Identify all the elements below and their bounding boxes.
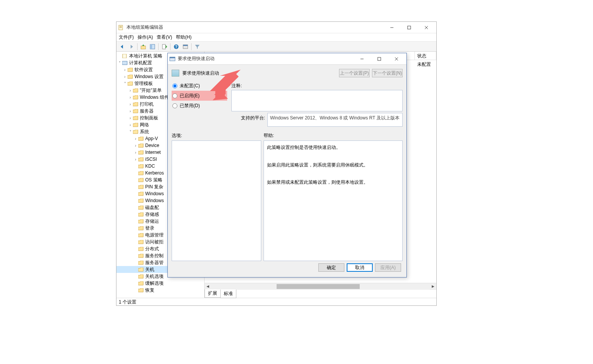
tab-extended[interactable]: 扩展: [205, 289, 221, 298]
svg-rect-16: [123, 54, 126, 58]
tree-label: 软件设置: [134, 67, 153, 73]
help-label: 帮助:: [264, 131, 403, 140]
radio-not-configured-input[interactable]: [172, 83, 177, 88]
tree-label: Kerberos: [145, 170, 164, 176]
scroll-right-icon[interactable]: ▶: [430, 283, 436, 290]
tree-expand-icon[interactable]: ›: [128, 123, 133, 127]
tree-label: 计算机配置: [129, 60, 152, 66]
tree-label: 恢复: [145, 287, 154, 294]
tree-system-child-21[interactable]: 缓解选项: [116, 280, 204, 287]
folder-icon: [133, 129, 139, 134]
tree-expand-icon[interactable]: ›: [123, 75, 127, 79]
tree-label: 分布式: [145, 246, 159, 252]
radio-not-configured[interactable]: 未配置(C): [172, 81, 229, 91]
tree-expand-icon[interactable]: ›: [128, 102, 133, 106]
tree-expand-icon[interactable]: ›: [133, 150, 138, 155]
comment-textbox[interactable]: [231, 90, 403, 111]
row-state-value: 未配置: [415, 60, 436, 69]
tree-label: 磁盘配: [145, 204, 159, 211]
tree-expand-icon[interactable]: ›: [133, 157, 138, 162]
titlebar[interactable]: 本地组策略编辑器: [116, 22, 436, 33]
menu-action[interactable]: 操作(A): [138, 34, 153, 41]
menubar[interactable]: 文件(F) 操作(A) 查看(V) 帮助(H): [116, 33, 436, 42]
menu-help[interactable]: 帮助(H): [176, 34, 192, 41]
folder-icon: [127, 74, 133, 79]
tree-expand-icon[interactable]: ›: [133, 137, 138, 141]
tree-label: 关机: [145, 266, 154, 273]
folder-icon: [133, 108, 139, 114]
tree-label: Windows: [145, 198, 164, 203]
dialog-maximize-button[interactable]: [370, 54, 388, 64]
scroll-left-icon[interactable]: ◀: [205, 283, 211, 290]
toolbar: ?: [116, 42, 436, 52]
tree-expand-icon[interactable]: ›: [128, 116, 133, 120]
tree-expand-icon[interactable]: ˅: [123, 82, 127, 86]
radio-enabled[interactable]: 已启用(E): [172, 91, 227, 101]
tab-standard[interactable]: 标准: [220, 289, 236, 298]
next-setting-button[interactable]: 下一个设置(N): [372, 69, 403, 77]
scroll-thumb[interactable]: [277, 284, 360, 289]
folder-icon: [138, 260, 144, 265]
folder-icon: [138, 246, 144, 251]
svg-rect-19: [170, 57, 175, 58]
tree-label: 控制面板: [140, 115, 158, 121]
tree-expand-icon[interactable]: ›: [128, 109, 133, 113]
folder-icon: [138, 143, 144, 148]
tree-expand-icon[interactable]: ›: [128, 95, 133, 100]
dialog-titlebar[interactable]: 要求使用快速启动: [168, 53, 406, 65]
folder-icon: [122, 53, 128, 59]
tree-expand-icon[interactable]: ›: [128, 88, 133, 93]
app-icon: [118, 24, 124, 31]
svg-rect-11: [162, 44, 165, 49]
tree-label: 打印机: [140, 101, 154, 108]
up-button[interactable]: [139, 42, 147, 51]
export-button[interactable]: [160, 42, 169, 51]
minimize-button[interactable]: [383, 23, 400, 32]
menu-file[interactable]: 文件(F): [119, 34, 134, 41]
menu-view[interactable]: 查看(V): [157, 34, 172, 41]
comment-label: 注释:: [231, 81, 242, 91]
help-button[interactable]: ?: [172, 42, 180, 51]
folder-icon: [138, 150, 144, 155]
tree-label: 服务控制: [145, 253, 164, 259]
ok-button[interactable]: 确定: [318, 263, 344, 272]
tree-label: 关机选项: [145, 273, 164, 280]
previous-setting-button[interactable]: 上一个设置(P): [339, 69, 370, 77]
cancel-button[interactable]: 取消: [347, 263, 373, 272]
apply-button[interactable]: 应用(A): [375, 263, 401, 272]
radio-disabled[interactable]: 已禁用(D): [172, 101, 229, 111]
show-hide-tree-button[interactable]: [148, 42, 157, 51]
tree-expand-icon[interactable]: ˅: [117, 61, 122, 65]
tree-label: Device: [145, 143, 159, 148]
folder-icon: [138, 239, 144, 245]
folder-icon: [138, 136, 144, 141]
filter-button[interactable]: [193, 42, 201, 51]
folder-icon: [138, 198, 144, 203]
dialog-title: 要求使用快速启动: [178, 55, 353, 62]
tree-label: Windows 设置: [134, 73, 164, 80]
tree-label: App-V: [145, 136, 158, 141]
column-state[interactable]: 状态: [415, 52, 436, 60]
folder-icon: [133, 88, 139, 93]
tree-label: 缓解选项: [145, 280, 164, 287]
tree-label: Windows: [145, 191, 164, 196]
tree-expand-icon[interactable]: ˅: [128, 130, 133, 134]
tree-label: Internet: [145, 150, 161, 155]
radio-enabled-input[interactable]: [172, 93, 177, 98]
tree-expand-icon[interactable]: ›: [123, 68, 127, 72]
tree-expand-icon[interactable]: ›: [133, 144, 138, 148]
tree-label: 网络: [140, 122, 149, 128]
options-box[interactable]: [172, 140, 261, 261]
close-button[interactable]: [418, 23, 435, 32]
dialog-close-button[interactable]: [388, 54, 405, 64]
back-button[interactable]: [118, 42, 126, 51]
forward-button[interactable]: [127, 42, 136, 51]
svg-rect-1: [120, 26, 122, 26]
properties-button[interactable]: [181, 42, 190, 51]
radio-disabled-input[interactable]: [172, 103, 177, 108]
maximize-button[interactable]: [400, 23, 418, 32]
dialog-minimize-button[interactable]: [353, 54, 370, 64]
horizontal-scrollbar[interactable]: ◀ ▶: [205, 283, 436, 289]
tree-system-child-22[interactable]: 恢复: [116, 287, 204, 294]
policy-dialog: 要求使用快速启动 要求使用快速启动 上一个设置(P) 下一个设置(N) 未配置(…: [167, 53, 407, 277]
